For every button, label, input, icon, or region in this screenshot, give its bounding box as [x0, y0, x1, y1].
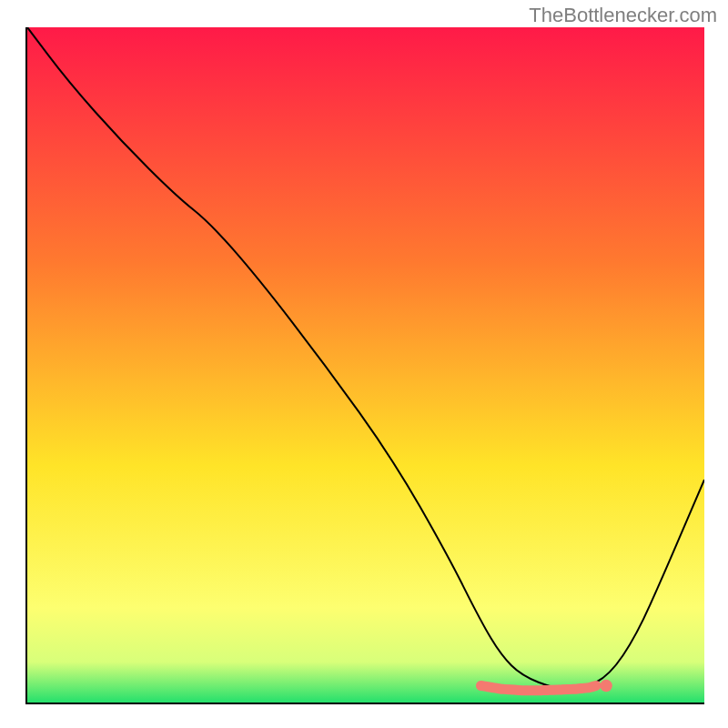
recommended-point [600, 680, 612, 692]
attribution-label: TheBottlenecker.com [529, 4, 717, 27]
recommended-range [480, 685, 595, 690]
chart-area [25, 27, 704, 704]
gradient-background [27, 27, 704, 703]
chart-svg [27, 27, 704, 703]
